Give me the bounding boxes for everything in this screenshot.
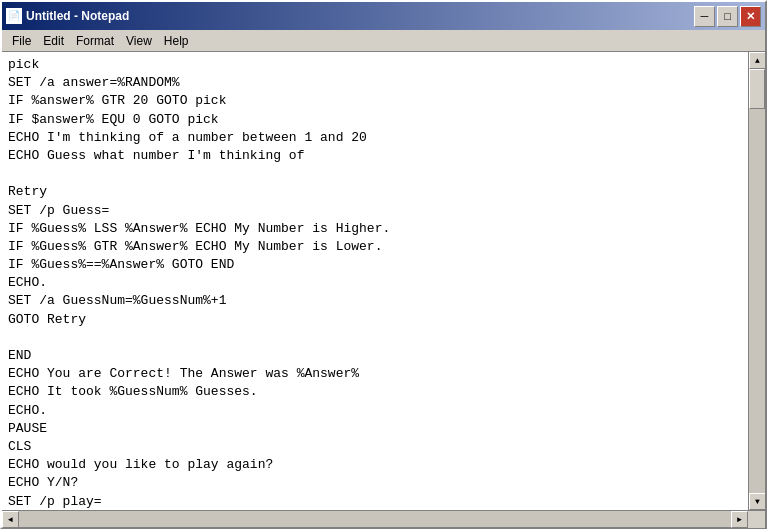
title-bar: 📄 Untitled - Notepad ─ □ ✕ xyxy=(2,2,765,30)
title-bar-buttons: ─ □ ✕ xyxy=(694,6,761,27)
scroll-track-x[interactable] xyxy=(19,511,731,527)
minimize-button[interactable]: ─ xyxy=(694,6,715,27)
scroll-right-button[interactable]: ► xyxy=(731,511,748,528)
scrollbar-corner xyxy=(748,511,765,528)
menu-view[interactable]: View xyxy=(120,32,158,50)
editor-container: pick SET /a answer=%RANDOM% IF %answer% … xyxy=(2,52,765,510)
scroll-track-y[interactable] xyxy=(749,69,765,493)
title-bar-left: 📄 Untitled - Notepad xyxy=(6,8,129,24)
scroll-up-button[interactable]: ▲ xyxy=(749,52,765,69)
vertical-scrollbar: ▲ ▼ xyxy=(748,52,765,510)
scroll-down-button[interactable]: ▼ xyxy=(749,493,765,510)
window: 📄 Untitled - Notepad ─ □ ✕ File Edit For… xyxy=(0,0,767,529)
horizontal-scrollbar: ◄ ► xyxy=(2,510,765,527)
scroll-thumb-y[interactable] xyxy=(749,69,765,109)
menu-format[interactable]: Format xyxy=(70,32,120,50)
notepad-icon: 📄 xyxy=(6,8,22,24)
scroll-left-button[interactable]: ◄ xyxy=(2,511,19,528)
menu-file[interactable]: File xyxy=(6,32,37,50)
close-button[interactable]: ✕ xyxy=(740,6,761,27)
editor-content[interactable]: pick SET /a answer=%RANDOM% IF %answer% … xyxy=(2,52,748,510)
menu-edit[interactable]: Edit xyxy=(37,32,70,50)
menu-help[interactable]: Help xyxy=(158,32,195,50)
code-content: pick SET /a answer=%RANDOM% IF %answer% … xyxy=(8,56,742,510)
maximize-button[interactable]: □ xyxy=(717,6,738,27)
window-title: Untitled - Notepad xyxy=(26,9,129,23)
menu-bar: File Edit Format View Help xyxy=(2,30,765,52)
